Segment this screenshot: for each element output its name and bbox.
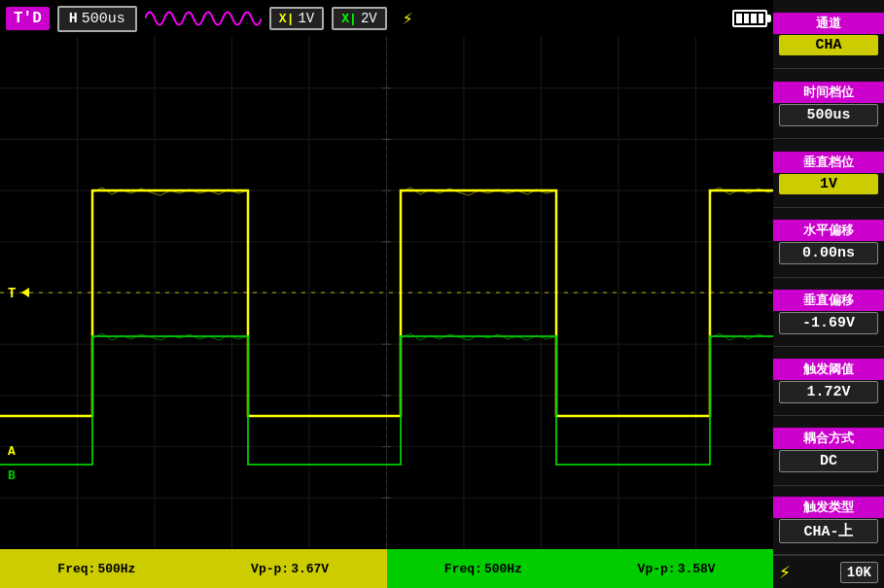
status-value-2: 500Hz — [484, 562, 522, 576]
battery-indicator — [732, 10, 767, 27]
status-value-1: 3.67V — [291, 562, 329, 576]
status-label-2: Freq: — [444, 562, 482, 576]
sidebar-vshift-value: -1.69V — [779, 312, 879, 334]
sidebar-hshift-value: 0.00ns — [779, 242, 879, 264]
status-item-3: Vp-p: 3.58V — [580, 549, 773, 588]
ch-a-indicator: X| 1V — [269, 7, 324, 30]
sidebar-channel-title: 通道 — [773, 13, 884, 34]
sidebar-couple[interactable]: 耦合方式 DC — [773, 416, 884, 485]
sidebar-channel-value: CHA — [779, 35, 879, 55]
trigger-icon: ⚡ — [779, 560, 791, 584]
wave-indicator — [145, 4, 262, 33]
sidebar-time-title: 时间档位 — [773, 82, 884, 103]
status-item-0: Freq: 500Hz — [0, 549, 194, 588]
ch-b-label: X| — [341, 12, 357, 26]
status-label-0: Freq: — [57, 562, 95, 576]
sidebar-trig-title: 触发阈值 — [773, 359, 884, 380]
status-value-3: 3.58V — [678, 562, 716, 576]
sample-rate-value: 10K — [840, 562, 878, 583]
sidebar-vert-title: 垂直档位 — [773, 152, 884, 173]
time-div-value: 500us — [82, 11, 125, 27]
sidebar-hshift[interactable]: 水平偏移 0.00ns — [773, 208, 884, 277]
sidebar-time-value: 500us — [779, 104, 879, 126]
sidebar: 通道 CHA 时间档位 500us 垂直档位 1V 水平偏移 0.00ns 垂直… — [773, 0, 884, 588]
status-label-3: Vp-p: — [638, 562, 676, 576]
h-label: H — [69, 11, 78, 27]
sidebar-vshift-title: 垂直偏移 — [773, 290, 884, 311]
status-value-0: 500Hz — [97, 562, 135, 576]
sidebar-vert-value: 1V — [779, 174, 879, 194]
td-indicator: T'D — [6, 7, 50, 30]
status-item-1: Vp-p: 3.67V — [194, 549, 387, 588]
ch-a-label: X| — [279, 12, 295, 26]
sidebar-vshift[interactable]: 垂直偏移 -1.69V — [773, 278, 884, 347]
sidebar-couple-title: 耦合方式 — [773, 428, 884, 449]
sidebar-couple-value: DC — [779, 450, 879, 472]
sidebar-time[interactable]: 时间档位 500us — [773, 69, 884, 138]
sidebar-trig[interactable]: 触发阈值 1.72V — [773, 347, 884, 416]
svg-text:A: A — [8, 444, 16, 459]
sidebar-bottom-bar: ⚡ 10K — [773, 555, 884, 588]
ch-a-value: 1V — [298, 11, 314, 26]
sidebar-hshift-title: 水平偏移 — [773, 220, 884, 241]
waveform-display: T A B — [0, 37, 773, 549]
trigger-symbol: ⚡ — [403, 8, 413, 29]
grid-svg: T A B — [0, 37, 773, 549]
status-item-2: Freq: 500Hz — [387, 549, 581, 588]
sidebar-trigtype-value: CHA-上 — [779, 519, 879, 543]
oscilloscope-screen: T'D H 500us X| 1V X| 2V ⚡ — [0, 0, 773, 588]
ch-b-indicator: X| 2V — [332, 7, 386, 30]
svg-text:B: B — [8, 468, 16, 483]
sidebar-trigtype-title: 触发类型 — [773, 497, 884, 518]
status-label-1: Vp-p: — [251, 562, 289, 576]
sidebar-vert[interactable]: 垂直档位 1V — [773, 139, 884, 208]
svg-text:T: T — [8, 286, 16, 301]
header-bar: T'D H 500us X| 1V X| 2V ⚡ — [0, 0, 773, 37]
sidebar-trig-value: 1.72V — [779, 381, 879, 403]
status-bar: Freq: 500Hz Vp-p: 3.67V Freq: 500Hz Vp-p… — [0, 549, 773, 588]
sidebar-trigtype[interactable]: 触发类型 CHA-上 — [773, 486, 884, 555]
time-division-display: H 500us — [57, 6, 137, 32]
ch-b-value: 2V — [361, 11, 377, 26]
sidebar-channel[interactable]: 通道 CHA — [773, 0, 884, 69]
